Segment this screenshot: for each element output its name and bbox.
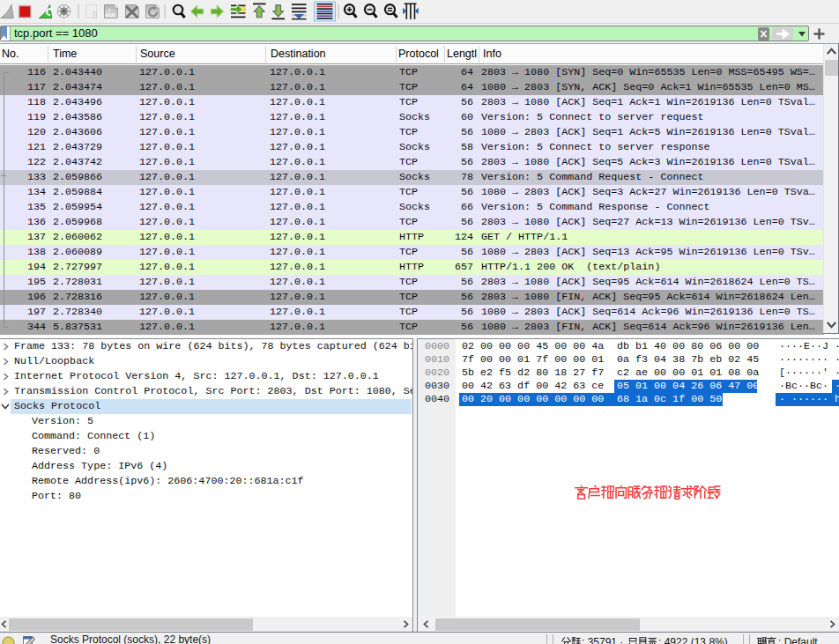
- svg-text:: 35791 ·: : 35791 ·: [582, 637, 623, 644]
- svg-text:010: 010: [106, 12, 115, 19]
- svg-text:: 4922 (13.8%): : 4922 (13.8%): [658, 637, 728, 644]
- svg-text:: Default: : Default: [778, 637, 818, 644]
